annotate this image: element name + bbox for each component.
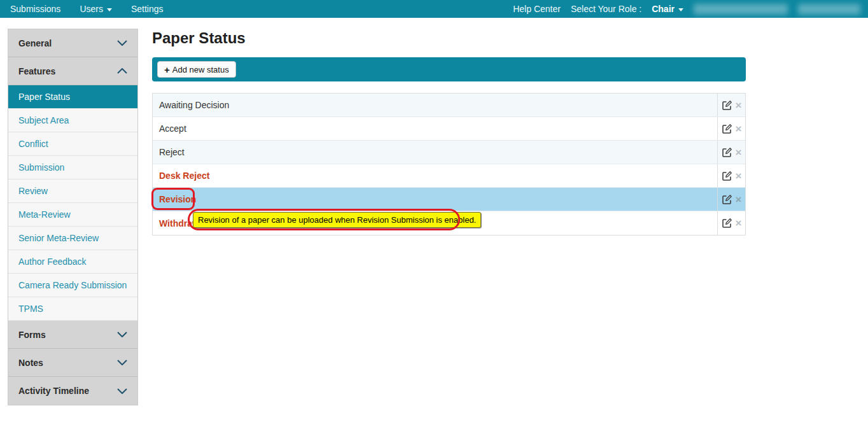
status-label: Awaiting Decision (153, 94, 717, 116)
status-label: Revision (153, 188, 717, 211)
sidebar-item-camera-ready-submission[interactable]: Camera Ready Submission (8, 274, 137, 297)
role-label: Select Your Role : (571, 4, 641, 14)
section-label: Features (18, 66, 55, 76)
chevron-up-icon (117, 68, 127, 74)
add-new-status-button[interactable]: + Add new status (157, 61, 236, 78)
section-label: Forms (18, 330, 46, 340)
sidebar-item-submission[interactable]: Submission (8, 156, 137, 179)
revision-tooltip: Revision of a paper can be uploaded when… (193, 212, 481, 228)
sidebar-item-meta-review[interactable]: Meta-Review (8, 203, 137, 227)
sidebar-section-general[interactable]: General (8, 29, 137, 57)
caret-down-icon (678, 8, 683, 11)
role-dropdown[interactable]: Chair (652, 4, 683, 14)
delete-icon[interactable]: × (736, 147, 742, 158)
sidebar-section-activity-timeline[interactable]: Activity Timeline (8, 377, 137, 405)
status-toolbar: + Add new status (152, 57, 746, 81)
sidebar-item-paper-status[interactable]: Paper Status (8, 85, 137, 109)
sidebar-item-review[interactable]: Review (8, 179, 137, 203)
status-row-accept[interactable]: Accept × (153, 117, 745, 141)
sidebar-section-notes[interactable]: Notes (8, 349, 137, 377)
status-row-revision[interactable]: Revision × (153, 188, 745, 211)
caret-down-icon (107, 8, 112, 11)
nav-item-settings[interactable]: Settings (131, 4, 164, 14)
nav-item-users-label: Users (80, 4, 103, 14)
top-navbar: Submissions Users Settings Help Center S… (0, 0, 868, 18)
chevron-down-icon (117, 332, 127, 337)
settings-sidebar: General Features Paper Status Subject Ar… (8, 29, 138, 405)
row-actions: × (717, 141, 745, 164)
row-actions: × (717, 94, 745, 116)
edit-icon[interactable] (722, 171, 732, 181)
delete-icon[interactable]: × (736, 100, 742, 111)
sidebar-item-author-feedback[interactable]: Author Feedback (8, 250, 137, 274)
status-row-reject[interactable]: Reject × (153, 141, 745, 164)
chevron-down-icon (117, 360, 127, 365)
sidebar-section-forms[interactable]: Forms (8, 321, 137, 349)
status-row-desk-reject[interactable]: Desk Reject × (153, 164, 745, 188)
row-actions: × (717, 117, 745, 140)
nav-right: Help Center Select Your Role : Chair (513, 4, 868, 15)
edit-icon[interactable] (722, 100, 732, 111)
nav-item-submissions[interactable]: Submissions (10, 4, 60, 14)
role-value: Chair (652, 4, 675, 14)
nav-left: Submissions Users Settings (0, 4, 164, 14)
nav-item-help-center[interactable]: Help Center (513, 4, 561, 14)
delete-icon[interactable]: × (736, 194, 742, 205)
edit-icon[interactable] (722, 218, 732, 229)
edit-icon[interactable] (722, 123, 732, 134)
row-actions: × (717, 188, 745, 211)
sidebar-section-features[interactable]: Features (8, 57, 137, 85)
delete-icon[interactable]: × (736, 123, 742, 134)
edit-icon[interactable] (722, 147, 732, 158)
sidebar-item-senior-meta-review[interactable]: Senior Meta-Review (8, 227, 137, 250)
section-label: Activity Timeline (18, 386, 89, 396)
page: Submissions Users Settings Help Center S… (0, 0, 868, 443)
sidebar-item-tpms[interactable]: TPMS (8, 297, 137, 321)
sidebar-item-subject-area[interactable]: Subject Area (8, 109, 137, 132)
nav-item-users[interactable]: Users (80, 4, 112, 14)
sidebar-item-conflict[interactable]: Conflict (8, 132, 137, 156)
edit-icon[interactable] (722, 194, 732, 205)
redacted-nav-dropdown[interactable] (798, 4, 860, 15)
status-row-awaiting-decision[interactable]: Awaiting Decision × (153, 94, 745, 117)
redacted-nav-dropdown[interactable] (694, 4, 788, 15)
page-title: Paper Status (152, 29, 246, 47)
status-label: Reject (153, 141, 717, 164)
status-label: Desk Reject (153, 164, 717, 187)
plus-icon: + (164, 65, 170, 74)
status-label: Accept (153, 117, 717, 140)
delete-icon[interactable]: × (736, 171, 742, 181)
delete-icon[interactable]: × (736, 218, 742, 229)
chevron-down-icon (117, 40, 127, 46)
chevron-down-icon (117, 388, 127, 394)
section-label: Notes (18, 358, 43, 368)
row-actions: × (717, 164, 745, 187)
add-new-status-label: Add new status (172, 65, 229, 74)
row-actions: × (717, 211, 745, 235)
section-label: General (18, 38, 52, 48)
